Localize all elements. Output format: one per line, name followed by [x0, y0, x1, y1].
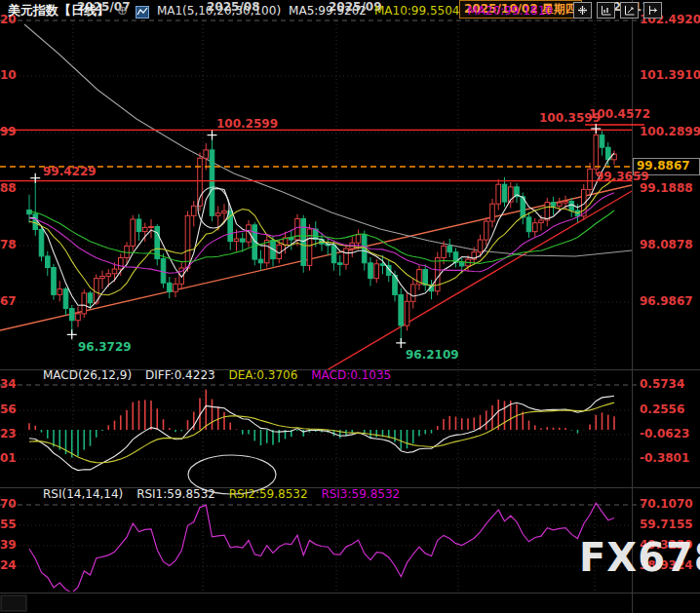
rsi-header: RSI(14,14,14) RSI1:59.8532 RSI2:59.8532 … — [43, 487, 409, 501]
symbol-title: 美元指数【日线】 — [8, 2, 109, 19]
chart-header: 美元指数【日线】 ⊕ MA1(5,10,20,30,100) MA5:99.92… — [8, 2, 553, 19]
pan-step-icon[interactable] — [643, 2, 662, 19]
crosshair-icon[interactable] — [573, 2, 592, 19]
rsi2-value: RSI2:59.8532 — [229, 487, 308, 501]
rsi1-value: RSI1:59.8532 — [136, 487, 215, 501]
ma20-value: MA20:99.1810 — [467, 4, 553, 18]
rsi-name: RSI(14,14,14) — [43, 487, 123, 501]
axis-play-icon[interactable] — [620, 2, 639, 19]
ma5-value: MA5:99.9202 — [289, 4, 367, 18]
ma10-value: MA10:99.5504 — [374, 4, 460, 18]
macd-diff: DIFF:0.4223 — [145, 368, 215, 382]
rsi3-value: RSI3:59.8532 — [321, 487, 400, 501]
expand-icon[interactable]: ⊕ — [117, 3, 128, 18]
macd-dea: DEA:0.3706 — [228, 368, 297, 382]
macd-header: MACD(26,12,9) DIFF:0.4223 DEA:0.3706 MAC… — [43, 368, 401, 382]
watermark: FX678 — [579, 535, 700, 580]
chart-toolbar — [573, 2, 662, 19]
macd-value: MACD:0.1035 — [311, 368, 391, 382]
ma-settings-label: MA1(5,10,20,30,100) — [157, 4, 281, 18]
macd-name: MACD(26,12,9) — [43, 368, 132, 382]
chart-type-icon[interactable] — [136, 4, 149, 17]
trading-chart-window: 美元指数【日线】 ⊕ MA1(5,10,20,30,100) MA5:99.92… — [0, 0, 700, 613]
chart-canvas[interactable] — [0, 0, 700, 613]
axis-zoom-icon[interactable] — [597, 2, 615, 19]
